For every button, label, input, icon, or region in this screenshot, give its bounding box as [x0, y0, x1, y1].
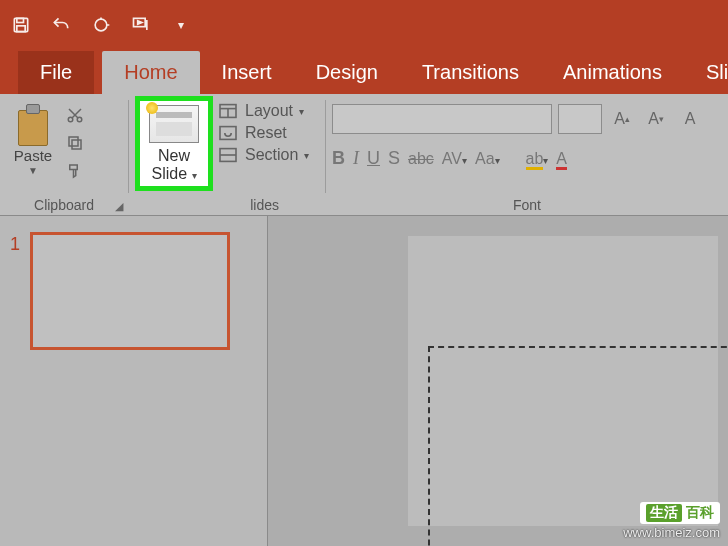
svg-rect-8 — [69, 137, 78, 146]
paste-icon — [16, 104, 50, 146]
svg-rect-12 — [220, 127, 236, 140]
change-case-button[interactable]: Aa▾ — [475, 150, 500, 168]
watermark-badge-right: 百科 — [686, 504, 714, 522]
dialog-launcher-icon[interactable]: ◢ — [113, 200, 125, 212]
group-clipboard: Paste ▼ Clipboard ◢ — [0, 94, 128, 215]
title-bar: ▾ — [0, 0, 728, 50]
watermark-badge-left: 生活 — [646, 504, 682, 522]
chevron-down-icon: ▾ — [304, 150, 309, 161]
new-slide-icon — [149, 105, 199, 143]
ribbon-tabs: File Home Insert Design Transitions Anim… — [0, 50, 728, 94]
underline-button[interactable]: U — [367, 148, 380, 169]
group-label-font: Font — [332, 195, 722, 215]
font-size-combo[interactable] — [558, 104, 602, 134]
svg-rect-7 — [72, 140, 81, 149]
tab-design[interactable]: Design — [294, 51, 400, 94]
watermark-url: www.bimeiz.com — [623, 525, 720, 540]
watermark: 生活 百科 www.bimeiz.com — [623, 502, 720, 540]
text-highlight-button[interactable]: ab▾ — [526, 150, 549, 168]
slide-thumbnail[interactable] — [30, 232, 230, 350]
workspace: 1 — [0, 216, 728, 546]
new-slide-label: New Slide ▾ — [151, 147, 196, 182]
bold-button[interactable]: B — [332, 148, 345, 169]
save-icon[interactable] — [10, 14, 32, 36]
paste-label: Paste — [14, 148, 52, 163]
format-painter-icon[interactable] — [64, 160, 86, 182]
group-label-slides: lides — [135, 195, 319, 215]
tab-transitions[interactable]: Transitions — [400, 51, 541, 94]
paste-button[interactable]: Paste ▼ — [6, 98, 60, 176]
section-label: Section — [245, 146, 298, 164]
decrease-font-icon[interactable]: A▾ — [642, 105, 670, 133]
svg-point-3 — [95, 19, 107, 31]
reset-label: Reset — [245, 124, 287, 142]
clear-formatting-icon[interactable]: A — [676, 105, 704, 133]
chevron-down-icon: ▾ — [299, 106, 304, 117]
tab-animations[interactable]: Animations — [541, 51, 684, 94]
chevron-down-icon: ▼ — [28, 165, 38, 176]
slide-editor[interactable] — [268, 216, 728, 546]
undo-icon[interactable] — [50, 14, 72, 36]
layout-icon — [217, 102, 239, 120]
increase-font-icon[interactable]: A▴ — [608, 105, 636, 133]
group-slides: New Slide ▾ Layout ▾ Reset — [129, 94, 325, 215]
italic-button[interactable]: I — [353, 148, 359, 169]
slide-number: 1 — [10, 234, 20, 255]
font-name-combo[interactable] — [332, 104, 552, 134]
svg-rect-1 — [17, 18, 24, 22]
tab-insert[interactable]: Insert — [200, 51, 294, 94]
text-shadow-button[interactable]: S — [388, 148, 400, 169]
font-color-button[interactable]: A — [556, 150, 567, 168]
copy-icon[interactable] — [64, 132, 86, 154]
group-label-clipboard: Clipboard — [6, 195, 122, 215]
section-button[interactable]: Section ▾ — [217, 146, 309, 164]
group-font: A▴ A▾ A B I U S abc AV▾ Aa▾ ab▾ A Font — [326, 94, 728, 215]
reset-icon — [217, 124, 239, 142]
tab-slideshow[interactable]: Slide — [684, 51, 728, 94]
customize-qat-icon[interactable]: ▾ — [170, 14, 192, 36]
redo-icon[interactable] — [90, 14, 112, 36]
layout-label: Layout — [245, 102, 293, 120]
new-slide-button[interactable]: New Slide ▾ — [135, 96, 213, 191]
strikethrough-button[interactable]: abc — [408, 150, 434, 168]
reset-button[interactable]: Reset — [217, 124, 309, 142]
layout-button[interactable]: Layout ▾ — [217, 102, 309, 120]
start-from-beginning-icon[interactable] — [130, 14, 152, 36]
slide-thumbnail-panel[interactable]: 1 — [0, 216, 268, 546]
svg-rect-2 — [17, 26, 25, 32]
tab-file[interactable]: File — [18, 51, 94, 94]
character-spacing-button[interactable]: AV▾ — [442, 150, 467, 168]
section-icon — [217, 146, 239, 164]
tab-home[interactable]: Home — [102, 51, 199, 94]
cut-icon[interactable] — [64, 104, 86, 126]
ribbon: Paste ▼ Clipboard ◢ New Slid — [0, 94, 728, 216]
